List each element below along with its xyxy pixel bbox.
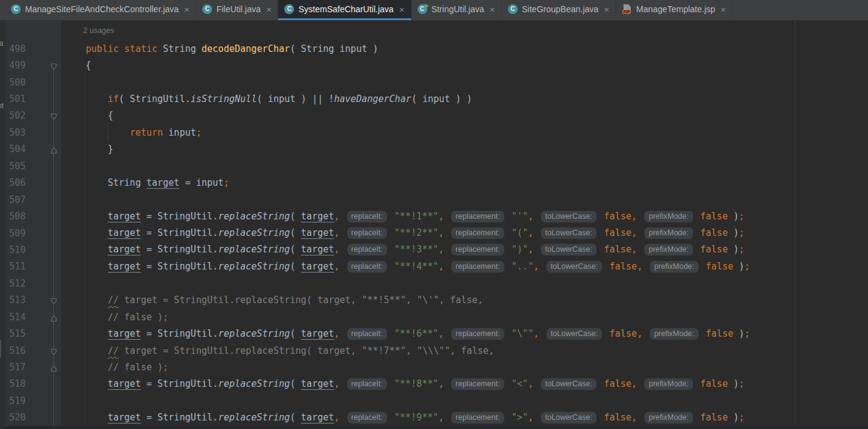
parameter-hint: replaceIt: <box>347 328 387 340</box>
parameter-hint: replaceIt: <box>347 412 387 424</box>
code-text: { <box>61 60 91 71</box>
code-line-513[interactable]: 513 // target = StringUtil.replaceString… <box>5 292 868 309</box>
code-segment: ( <box>290 261 301 272</box>
tab-FileUtil.java[interactable]: CFileUtil.java× <box>196 0 278 20</box>
gutter-cell-499[interactable]: 499 <box>5 57 61 73</box>
gutter-cell-511[interactable]: 511 <box>5 258 61 275</box>
code-line-520[interactable]: 520 target = StringUtil.replaceString( t… <box>5 409 868 426</box>
code-segment <box>64 94 108 105</box>
code-segment: , <box>334 211 340 222</box>
tab-close-icon[interactable]: × <box>721 5 726 14</box>
code-segment <box>340 261 345 272</box>
code-segment <box>444 244 449 255</box>
gutter-cell-514[interactable]: 514 <box>5 309 61 325</box>
gutter-cell-515[interactable]: 515 <box>5 325 61 342</box>
code-segment: target <box>146 177 179 188</box>
gutter-cell-513[interactable]: 513 <box>5 292 61 309</box>
code-line-499[interactable]: 499 { <box>5 57 868 73</box>
gutter-cell-504[interactable]: 504 <box>5 141 61 158</box>
code-line-502[interactable]: 502 { <box>5 108 868 124</box>
code-segment <box>389 328 394 339</box>
code-line-514[interactable]: 514 // false ); <box>5 309 868 325</box>
code-line-510[interactable]: 510 target = StringUtil.replaceString( t… <box>5 241 868 258</box>
code-segment: , <box>528 244 534 255</box>
code-segment: input <box>163 127 196 138</box>
gutter-cell-510[interactable]: 510 <box>5 241 61 258</box>
gutter-cell-501[interactable]: 501 <box>5 90 61 107</box>
fold-end-icon[interactable] <box>50 145 57 153</box>
java-class-icon: C <box>11 4 21 14</box>
gutter-cell-503[interactable]: 503 <box>5 124 61 141</box>
line-number: 515 <box>5 328 26 339</box>
parameter-hint: prefixMode: <box>644 244 693 255</box>
tab-ManageSiteFileAndCheckController.java[interactable]: CManageSiteFileAndCheckController.java× <box>5 0 196 20</box>
java-class-icon: C <box>202 4 212 14</box>
code-segment: ) <box>728 378 739 389</box>
tab-close-icon[interactable]: × <box>490 5 495 14</box>
code-segment <box>695 412 701 423</box>
code-segment: false, <box>604 412 637 423</box>
code-segment <box>340 328 345 339</box>
gutter-cell-498[interactable]: 498 <box>5 40 61 57</box>
code-segment <box>695 211 701 222</box>
gutter-cell-507[interactable]: 507 <box>5 191 61 208</box>
code-segment: = StringUtil. <box>141 244 218 255</box>
code-line-515[interactable]: 515 target = StringUtil.replaceString( t… <box>5 325 868 342</box>
code-segment <box>64 227 108 238</box>
tab-close-icon[interactable]: × <box>604 5 609 14</box>
line-number: 518 <box>5 378 26 389</box>
gutter-cell-516[interactable]: 516 <box>5 342 61 359</box>
gutter-cell-500[interactable]: 500 <box>5 74 61 90</box>
gutter-cell[interactable] <box>5 20 61 40</box>
tab-SiteGroupBean.java[interactable]: CSiteGroupBean.java× <box>502 0 616 20</box>
code-segment: ) <box>728 227 739 238</box>
code-line-512[interactable]: 512 <box>5 275 868 292</box>
code-line-507[interactable]: 507 <box>5 191 868 208</box>
code-line-508[interactable]: 508 target = StringUtil.replaceString( t… <box>5 208 868 224</box>
gutter-cell-502[interactable]: 502 <box>5 108 61 124</box>
code-segment <box>637 227 642 238</box>
gutter-cell-519[interactable]: 519 <box>5 392 61 409</box>
code-line-506[interactable]: 506 String target = input; <box>5 175 868 191</box>
gutter-cell-508[interactable]: 508 <box>5 208 61 224</box>
code-line-504[interactable]: 504 } <box>5 141 868 158</box>
code-line-501[interactable]: 501 if( StringUtil.isStringNull( input )… <box>5 90 868 107</box>
tab-label: ManageSiteFileAndCheckController.java <box>25 4 178 14</box>
gutter-cell-518[interactable]: 518 <box>5 376 61 392</box>
tab-StringUtil.java[interactable]: CStringUtil.java× <box>411 0 502 20</box>
tab-close-icon[interactable]: × <box>266 5 271 14</box>
code-line-509[interactable]: 509 target = StringUtil.replaceString( t… <box>5 225 868 241</box>
code-line-517[interactable]: 517 // false ); <box>5 359 868 375</box>
code-line-519[interactable]: 519 <box>5 392 868 409</box>
fold-end-icon[interactable] <box>50 364 57 371</box>
code-segment <box>642 261 648 272</box>
gutter-cell-520[interactable]: 520 <box>5 409 61 426</box>
code-line-516[interactable]: 516 // target = StringUtil.replaceString… <box>5 342 868 359</box>
tab-close-icon[interactable]: × <box>184 5 189 14</box>
code-line-505[interactable]: 505 <box>5 158 868 174</box>
gutter-cell-512[interactable]: 512 <box>5 275 61 292</box>
fold-start-icon[interactable] <box>50 296 57 304</box>
gutter-cell-517[interactable]: 517 <box>5 359 61 375</box>
fold-end-icon[interactable] <box>50 314 57 321</box>
code-segment: false, <box>604 211 637 222</box>
usages-hint[interactable]: 2 usages <box>61 26 114 35</box>
code-line-503[interactable]: 503 return input; <box>5 124 868 141</box>
gutter-cell-505[interactable]: 505 <box>5 158 61 174</box>
code-line-511[interactable]: 511 target = StringUtil.replaceString( t… <box>5 258 868 275</box>
gutter-cell-509[interactable]: 509 <box>5 225 61 241</box>
code-segment: if <box>108 94 119 105</box>
code-line-518[interactable]: 518 target = StringUtil.replaceString( t… <box>5 376 868 392</box>
tab-ManageTemplate.jsp[interactable]: JSPManageTemplate.jsp× <box>616 0 733 20</box>
line-number: 500 <box>5 77 26 88</box>
tab-close-icon[interactable]: × <box>399 5 405 14</box>
tab-SystemSafeCharUtil.java[interactable]: CSystemSafeCharUtil.java× <box>278 0 411 20</box>
fold-start-icon[interactable] <box>50 347 57 354</box>
gutter-cell-506[interactable]: 506 <box>5 175 61 191</box>
code-editor[interactable]: 2 usages 498 public static String decode… <box>5 20 868 429</box>
parameter-hint: replaceIt: <box>347 378 387 390</box>
code-line-498[interactable]: 498 public static String decodeDangerCha… <box>5 40 868 57</box>
fold-start-icon[interactable] <box>50 62 57 69</box>
code-line-500[interactable]: 500 <box>5 74 868 90</box>
fold-start-icon[interactable] <box>50 112 57 119</box>
